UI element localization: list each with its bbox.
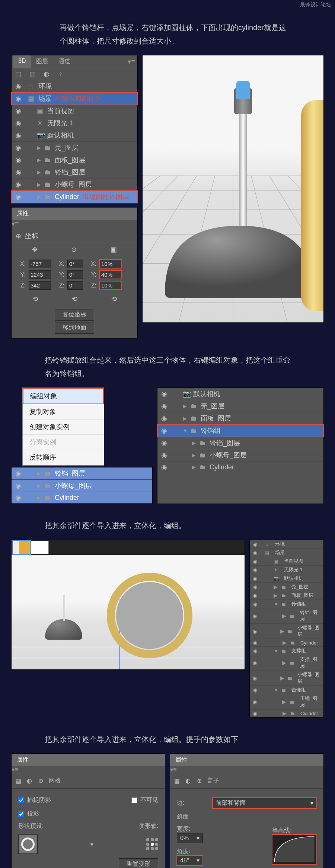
tree-row[interactable]: ◉☼环境 xyxy=(250,540,323,549)
tree-row[interactable]: ◉▶🖿Cylinder 出现圆柱体图层 xyxy=(12,191,137,203)
coord-icon[interactable]: ⊕ xyxy=(15,233,21,239)
tree-row[interactable]: ◉▶🖿铃铛_图层 xyxy=(250,608,323,624)
expand-arrow-icon[interactable]: ▶ xyxy=(192,464,196,470)
move-to-ground-button[interactable]: 移到地面 xyxy=(55,322,94,334)
coord-input[interactable] xyxy=(99,270,122,279)
tree-row[interactable]: ◉▶🖿壳_图层 xyxy=(157,400,323,412)
visibility-icon[interactable]: ◉ xyxy=(15,193,22,201)
tree-row[interactable]: ◉▶🖿面板_图层 xyxy=(250,591,323,600)
properties-tab[interactable]: 属性 xyxy=(12,208,137,220)
visibility-icon[interactable]: ◉ xyxy=(15,168,22,176)
visibility-icon[interactable]: ◉ xyxy=(251,699,259,705)
reset-deform-button[interactable]: 重置变形 xyxy=(119,858,158,868)
expand-arrow-icon[interactable]: ▶ xyxy=(37,145,41,151)
tree-row[interactable]: ◉▶🖿支撑_图层 xyxy=(250,655,323,671)
visibility-icon[interactable]: ◉ xyxy=(251,675,258,681)
visibility-icon[interactable]: ◉ xyxy=(160,463,168,471)
tree-row[interactable]: ◉▶🖿小螺母_图层 xyxy=(12,179,137,191)
visibility-icon[interactable]: ◉ xyxy=(251,711,259,716)
expand-arrow-icon[interactable]: ▶ xyxy=(282,699,287,705)
expand-arrow-icon[interactable]: ▶ xyxy=(183,403,187,409)
tree-row[interactable]: ◉📷默认相机 xyxy=(250,574,323,583)
tree-row[interactable]: ◉▶🖿小螺母_图层 xyxy=(250,624,323,639)
expand-arrow-icon[interactable]: ▶ xyxy=(282,660,287,666)
expand-arrow-icon[interactable]: ▶ xyxy=(37,194,41,200)
visibility-icon[interactable]: ◉ xyxy=(15,482,22,490)
visibility-icon[interactable]: ◉ xyxy=(15,107,22,115)
expand-arrow-icon[interactable]: ▶ xyxy=(37,169,41,175)
tree-row[interactable]: ◉▶🖿铃铛_图层 xyxy=(157,437,323,449)
3d-viewport[interactable] xyxy=(142,55,324,323)
visibility-icon[interactable]: ◉ xyxy=(251,629,258,634)
viewport-with-thumbs[interactable] xyxy=(11,540,245,670)
cast-shadow-check[interactable]: 投影 xyxy=(18,810,158,818)
tree-row[interactable]: ◉▶🖿Cylinder xyxy=(12,492,152,504)
expand-arrow-icon[interactable]: ▶ xyxy=(183,415,187,421)
filter-all-icon[interactable]: ▤ xyxy=(15,71,21,77)
tree-row[interactable]: ◉▼🖿支撑组 xyxy=(250,647,323,655)
visibility-icon[interactable]: ◉ xyxy=(251,576,259,581)
visibility-icon[interactable]: ◉ xyxy=(251,584,259,590)
angle-select[interactable]: 45°▾ xyxy=(177,855,203,865)
props-menu-right[interactable]: ▾≡ xyxy=(170,766,323,773)
thumb-1[interactable] xyxy=(12,541,30,554)
expand-arrow-icon[interactable]: ▶ xyxy=(280,628,284,634)
visibility-icon[interactable]: ◉ xyxy=(15,156,22,164)
tab-3d[interactable]: 3D xyxy=(13,55,31,68)
expand-arrow-icon[interactable]: ▶ xyxy=(192,440,196,446)
visibility-icon[interactable]: ◉ xyxy=(251,559,259,564)
expand-arrow-icon[interactable]: ▶ xyxy=(37,470,41,476)
panel-menu-icon[interactable]: ▾≡ xyxy=(128,55,137,68)
visibility-icon[interactable]: ◉ xyxy=(160,451,168,459)
coord-input[interactable] xyxy=(29,260,51,268)
menu-instance[interactable]: 创建对象实例 xyxy=(23,419,104,435)
expand-arrow-icon[interactable]: ▶ xyxy=(283,710,287,716)
tree-row[interactable]: ◉▼🖿击锤组 xyxy=(250,686,323,694)
visibility-icon[interactable]: ◉ xyxy=(251,541,259,547)
shape-preset-thumb[interactable] xyxy=(18,835,38,854)
expand-arrow-icon[interactable]: ▶ xyxy=(274,592,278,598)
visibility-icon[interactable]: ◉ xyxy=(160,439,168,447)
tree-row[interactable]: ◉▤场景 右键添加圆柱体 xyxy=(12,93,137,105)
tab-layers[interactable]: 图层 xyxy=(31,55,53,68)
reset-rot-icon[interactable]: ⟲ xyxy=(72,295,77,303)
coord-icon-r[interactable]: ⊕ xyxy=(196,778,202,784)
edge-select[interactable]: 前部和背面▾ xyxy=(213,798,317,808)
deform-axis-picker[interactable] xyxy=(146,838,158,850)
tree-row[interactable]: ◉▼🖿铃铛组 xyxy=(250,600,323,608)
tree-row[interactable]: ◉▶🖿壳_图层 xyxy=(12,142,137,154)
visibility-icon[interactable]: ◉ xyxy=(15,180,22,189)
tree-row[interactable]: ◉▤场景 xyxy=(250,549,323,557)
menu-reverse[interactable]: 反转顺序 xyxy=(23,450,104,465)
capture-shadow-check[interactable]: 捕捉阴影 xyxy=(18,796,51,804)
coord-input[interactable] xyxy=(29,281,51,290)
expand-arrow-icon[interactable]: ▼ xyxy=(274,687,278,693)
visibility-icon[interactable]: ◉ xyxy=(251,601,259,607)
menu-group-objects[interactable]: 编组对象 xyxy=(23,388,104,404)
menu-duplicate[interactable]: 复制对象 xyxy=(23,404,104,419)
visibility-icon[interactable]: ◉ xyxy=(160,402,168,410)
tree-row[interactable]: ◉☀无限光 1 xyxy=(12,117,137,129)
coord-input[interactable] xyxy=(99,281,122,290)
expand-arrow-icon[interactable]: ▶ xyxy=(37,495,41,501)
expand-arrow-icon[interactable]: ▶ xyxy=(37,483,41,489)
coord-input[interactable] xyxy=(67,281,83,290)
visibility-icon[interactable]: ◉ xyxy=(251,640,259,646)
visibility-icon[interactable]: ◉ xyxy=(15,131,22,139)
tree-row[interactable]: ◉▶🖿铃铛_图层 xyxy=(12,166,137,179)
filter-mesh-icon[interactable]: ▦ xyxy=(29,71,35,77)
mat-icon[interactable]: ◐ xyxy=(26,778,32,784)
coord-input[interactable] xyxy=(67,260,83,268)
tree-row[interactable]: ◉▶🖿壳_图层 xyxy=(250,583,323,591)
expand-arrow-icon[interactable]: ▶ xyxy=(192,452,196,458)
visibility-icon[interactable]: ◉ xyxy=(15,144,22,152)
tab-channels[interactable]: 通道 xyxy=(53,55,76,68)
visibility-icon[interactable]: ◉ xyxy=(251,648,259,654)
preset-dropdown-icon[interactable]: ▾ xyxy=(90,841,93,848)
tree-row[interactable]: ◉▶🖿小螺母_图层 xyxy=(250,671,323,686)
visibility-icon[interactable]: ◉ xyxy=(251,567,259,573)
tree-row[interactable]: ◉▶🖿小螺母_图层 xyxy=(12,480,152,492)
mat-icon-r[interactable]: ◐ xyxy=(185,778,191,784)
tree-row[interactable]: ◉▶🖿面板_图层 xyxy=(12,154,137,166)
visibility-icon[interactable]: ◉ xyxy=(251,593,259,598)
